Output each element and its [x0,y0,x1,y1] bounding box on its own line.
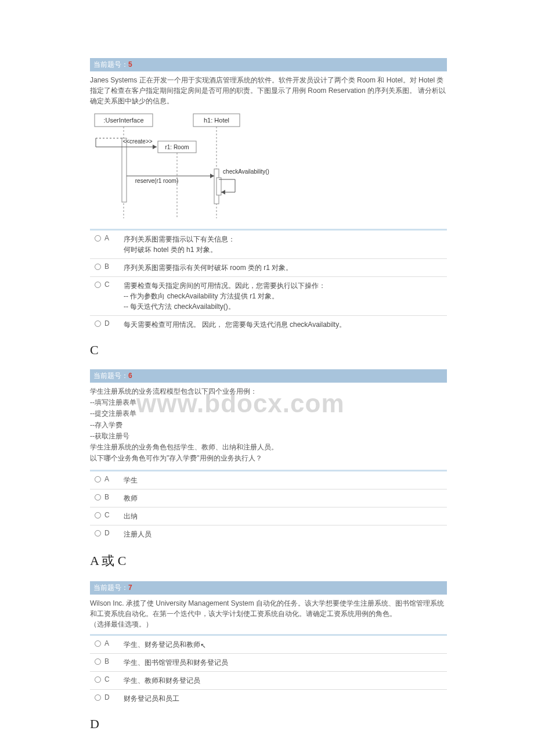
opt-label-a: A [104,639,109,647]
q7-header-prefix: 当前题号： [93,584,128,592]
q6-answer: A 或 C [90,543,447,581]
svg-rect-2 [122,138,127,202]
q6-option-b[interactable]: B 教师 [90,489,447,507]
q6-text: 学生注册系统的业务流程模型包含以下四个业务用例： --填写注册表单 --提交注册… [90,386,447,464]
q6-option-d[interactable]: D 注册人员 [90,525,447,543]
q7-opt-a-text: 学生、财务登记员和教师↖ [124,639,442,650]
opt-label-a: A [104,475,109,483]
q7-opt-d-text: 财务登记员和员工 [124,693,442,704]
opt-label-d: D [104,529,110,537]
q6-opt-b-text: 教师 [124,493,442,503]
opt-label-b: B [104,262,109,271]
q7-opt-c-text: 学生、教师和财务登记员 [124,675,442,686]
opt-label-c: C [104,675,110,683]
q6-header-num: 6 [128,372,132,380]
radio-icon [95,676,101,683]
diagram-create-target: r1: Room [165,144,189,150]
q7-header-num: 7 [128,584,132,592]
q6-opt-a-text: 学生 [124,475,442,485]
q5-opt-d-text: 每天需要检查可用情况。 因此， 您需要每天迭代消息 checkAvailabil… [124,319,442,330]
q7-text: Wilson Inc. 承揽了使 University Management S… [90,598,447,629]
q6-header-prefix: 当前题号： [93,372,128,380]
q5-opt-a-text: 序列关系图需要指示以下有关信息： 何时破坏 hotel 类的 h1 对象。 [124,234,442,255]
q6-option-c[interactable]: C 出纳 [90,507,447,525]
q6-header: 当前题号：6 [90,369,447,383]
svg-marker-8 [153,145,157,149]
q7-option-d[interactable]: D 财务登记员和员工 [90,690,447,707]
q7-option-b[interactable]: B 学生、图书馆管理员和财务登记员 [90,654,447,672]
q5-option-a[interactable]: A 序列关系图需要指示以下有关信息： 何时破坏 hotel 类的 h1 对象。 [90,231,447,259]
diagram-msg1: reserve(r1 room) [135,178,178,184]
q7-option-a[interactable]: A 学生、财务登记员和教师↖ [90,636,447,654]
q6-opt-c-text: 出纳 [124,511,442,521]
q6-option-a[interactable]: A 学生 [90,471,447,489]
opt-label-b: B [104,493,109,501]
radio-icon [95,476,101,483]
radio-icon [95,694,101,701]
diagram-msg2: checkAvailability() [223,168,269,175]
q6-opt-d-text: 注册人员 [124,529,442,539]
svg-rect-6 [217,178,221,195]
q5-opt-b-text: 序列关系图需要指示有关何时破坏 room 类的 r1 对象。 [124,262,442,273]
q7-header: 当前题号：7 [90,581,447,595]
opt-label-d: D [104,319,110,327]
opt-label-c: C [104,280,110,289]
opt-label-b: B [104,657,109,665]
radio-icon [95,640,101,647]
q7-answer: D [90,707,447,743]
q5-option-b[interactable]: B 序列关系图需要指示有关何时破坏 room 类的 r1 对象。 [90,259,447,277]
diagram-obj2: h1: Hotel [204,117,229,124]
radio-icon [95,235,101,242]
question-5: 当前题号：5 Janes Systems 正在开发一个用于实现酒店管理系统的软件… [90,58,447,333]
q5-header-prefix: 当前题号： [93,60,128,69]
q5-answer: C [90,333,447,369]
q5-header-num: 5 [128,60,132,69]
opt-label-c: C [104,511,110,519]
diagram-obj1: :UserInterface [103,117,143,124]
radio-icon [95,321,101,327]
svg-marker-14 [210,174,214,178]
question-7: 当前题号：7 Wilson Inc. 承揽了使 University Manag… [90,581,447,707]
q5-text: Janes Systems 正在开发一个用于实现酒店管理系统的软件。软件开发员设… [90,75,447,106]
radio-icon [95,494,101,501]
q7-option-c[interactable]: C 学生、教师和财务登记员 [90,672,447,690]
diagram-create: <<create>> [122,138,152,145]
q5-option-c[interactable]: C 需要检查每天指定房间的可用情况。因此，您需要执行以下操作： -- 作为参数向… [90,277,447,316]
opt-label-a: A [104,234,109,242]
cursor-icon: ↖ [200,640,206,651]
question-6: 当前题号：6 www.bdocx.com 学生注册系统的业务流程模型包含以下四个… [90,369,447,543]
radio-icon [95,512,101,519]
q7-opt-b-text: 学生、图书馆管理员和财务登记员 [124,657,442,668]
radio-icon [95,658,101,665]
q5-header: 当前题号：5 [90,58,447,71]
radio-icon [95,530,101,537]
q5-opt-c-text: 需要检查每天指定房间的可用情况。因此，您需要执行以下操作： -- 作为参数向 c… [124,280,442,312]
radio-icon [95,282,101,288]
radio-icon [95,264,101,270]
q5-diagram: :UserInterface h1: Hotel <<create>> r1: … [90,111,447,223]
q5-option-d[interactable]: D 每天需要检查可用情况。 因此， 您需要每天迭代消息 checkAvailab… [90,316,447,333]
svg-marker-18 [221,190,225,195]
opt-label-d: D [104,693,110,701]
